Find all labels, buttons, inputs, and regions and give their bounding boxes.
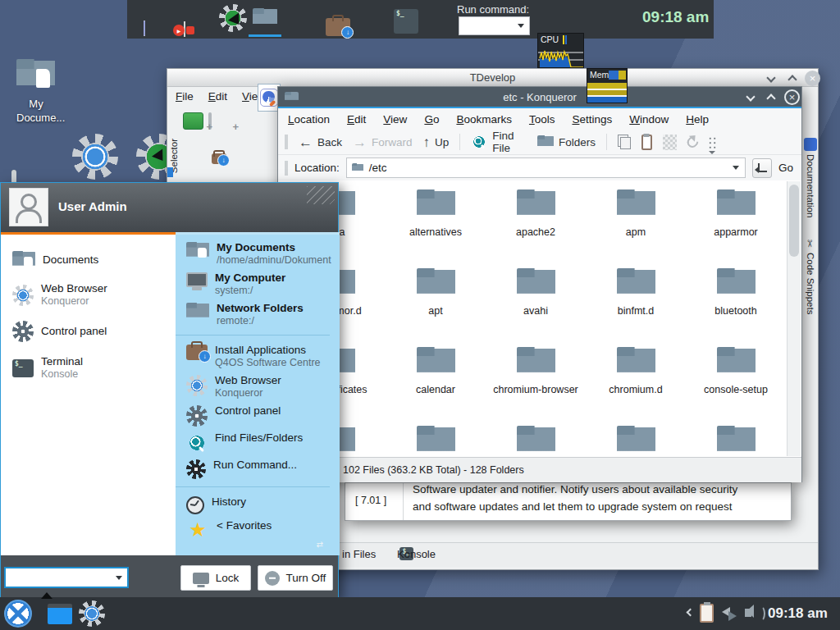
session-combo[interactable] [4, 567, 129, 588]
folders-button[interactable]: Folders [537, 135, 596, 148]
menu-item-icon [186, 303, 209, 321]
panel-clock[interactable]: 09:18 am [642, 8, 709, 26]
folder-item[interactable]: apache2 [486, 183, 586, 262]
show-desktop-button[interactable] [48, 604, 72, 624]
konqueror-menu-item[interactable]: Help [686, 113, 709, 126]
taskbar-clock[interactable]: 09:18 am [768, 605, 837, 622]
code-snippets-tab[interactable]: Code Snippets [806, 253, 815, 314]
folder-item[interactable] [486, 419, 586, 457]
turn-off-button[interactable]: Turn Off [258, 565, 333, 591]
start-menu-item[interactable]: Control panel [176, 402, 340, 429]
konqueror-menu-item[interactable]: Tools [529, 113, 555, 126]
launcher-presentation-icon[interactable] [184, 21, 185, 37]
konsole-tab[interactable]: Konsole [397, 548, 436, 560]
folder-item[interactable] [686, 419, 786, 457]
start-menu-item[interactable]: My Computer system:/ [176, 269, 340, 299]
folder-name: apparmor [714, 226, 758, 239]
cpu-monitor[interactable]: CPU [537, 33, 584, 68]
folder-item[interactable]: calendar [386, 340, 486, 419]
konqueror-menu-item[interactable]: View [383, 113, 407, 126]
start-menu-item[interactable]: Documents [1, 244, 176, 276]
grep-in-files-tab[interactable]: in Files [342, 548, 376, 560]
folder-icon [717, 268, 756, 299]
menu-item-label: Find Files/Folders [215, 431, 303, 445]
start-menu-item[interactable]: Find Files/Folders [176, 429, 340, 456]
toolbar-overflow-icon[interactable] [708, 136, 716, 148]
lock-label: Lock [216, 572, 240, 584]
folder-item[interactable]: binfmt.d [586, 262, 686, 340]
folder-item[interactable] [386, 419, 486, 457]
folder-item[interactable]: chromium-browser [486, 340, 586, 419]
konqueror-menu-item[interactable]: Bookmarks [456, 113, 512, 126]
volume-tray-icon[interactable] [745, 609, 751, 617]
start-menu-item[interactable]: < Favorites [176, 517, 340, 542]
konqueror-menu-item[interactable]: Go [424, 113, 439, 126]
software-centre-window-icon[interactable] [212, 153, 226, 164]
open-file-icon[interactable] [183, 112, 203, 130]
desktop-icon-konqueror[interactable] [72, 134, 118, 180]
folder-item[interactable]: apparmor [686, 183, 786, 262]
start-menu-item[interactable]: Install Applications Q4OS Software Centr… [176, 341, 340, 372]
desktop-icon-my-documents[interactable]: My Docume... [16, 59, 56, 125]
konqueror-close-button[interactable] [784, 89, 800, 105]
go-enter-button[interactable] [752, 158, 772, 178]
start-menu-item[interactable]: Web Browser Konqueror [1, 276, 176, 314]
up-button[interactable]: ↑ Up [423, 135, 450, 149]
launcher-file-manager-icon[interactable] [253, 8, 277, 28]
folder-item[interactable]: alternatives [386, 183, 486, 262]
start-menu-item[interactable]: Control panel [1, 314, 176, 349]
folder-item[interactable]: console-setup [686, 340, 786, 419]
go-label[interactable]: Go [778, 162, 793, 174]
start-menu-button[interactable] [4, 600, 32, 628]
konqueror-menu-item[interactable]: Location [288, 113, 330, 126]
taskbar-konqueror-icon[interactable] [79, 600, 105, 627]
run-command-input[interactable] [459, 16, 530, 35]
undo-icon[interactable] [685, 135, 701, 150]
folder-item[interactable]: bluetooth [686, 262, 786, 340]
vertical-scrollbar[interactable] [787, 181, 801, 456]
memory-monitor[interactable]: Mem [587, 68, 628, 103]
start-menu-item[interactable]: Terminal Konsole [1, 349, 176, 387]
paste-icon[interactable] [641, 135, 653, 150]
folder-name: alternatives [409, 226, 462, 239]
folder-item[interactable] [586, 419, 686, 457]
tray-expander-icon[interactable] [687, 609, 695, 617]
toolbar-grip[interactable] [285, 135, 288, 149]
start-menu-item[interactable]: History [176, 493, 340, 517]
location-input[interactable]: /etc [346, 158, 746, 178]
konqueror-menu-item[interactable]: Edit [347, 113, 366, 126]
start-menu-item[interactable]: Network Folders remote:/ [176, 299, 330, 336]
special-paste-icon[interactable] [663, 135, 677, 150]
start-menu-item[interactable]: Web Browser Konqueror [176, 372, 340, 402]
documentation-tab[interactable]: Documentation [806, 154, 815, 217]
mem-usage-bar [609, 71, 626, 80]
lock-button[interactable]: Lock [180, 565, 251, 591]
start-menu-item[interactable]: My Documents /home/adminu/Dokument [176, 239, 340, 269]
folder-item[interactable]: chromium.d [586, 340, 686, 419]
konqueror-menu-item[interactable]: Settings [572, 113, 612, 126]
start-menu-item[interactable]: Run Command... [176, 456, 330, 487]
tdevelop-menu-item[interactable]: Edit [208, 90, 227, 103]
clipboard-tray-icon[interactable] [700, 604, 714, 623]
launcher-terminal-icon[interactable] [394, 9, 418, 34]
find-file-button[interactable]: Find File [471, 130, 527, 154]
locationbar-grip[interactable] [285, 161, 288, 176]
network-tray-icon[interactable] [722, 607, 742, 621]
launcher-office-icon[interactable] [144, 21, 145, 36]
help-icon[interactable] [804, 138, 817, 151]
scrollbar-thumb[interactable] [789, 185, 799, 257]
new-window-icon[interactable] [208, 112, 212, 130]
tdevelop-menu-item[interactable]: File [176, 90, 194, 103]
konqueror-titlebar[interactable]: etc - Konqueror [278, 87, 801, 107]
tdevelop-close-button[interactable] [805, 71, 820, 86]
user-name: User Admin [58, 199, 127, 213]
folder-item[interactable]: avahi [486, 262, 586, 340]
back-button[interactable]: ← Back [299, 135, 342, 149]
forward-button[interactable]: → Forward [353, 135, 413, 149]
launcher-q4os-icon[interactable] [219, 4, 247, 32]
konqueror-menu-item[interactable]: Window [629, 113, 669, 126]
launcher-software-centre-icon[interactable] [326, 18, 350, 36]
folder-item[interactable]: apm [586, 183, 686, 262]
folder-item[interactable]: apt [386, 262, 486, 340]
copy-icon[interactable] [618, 135, 631, 149]
